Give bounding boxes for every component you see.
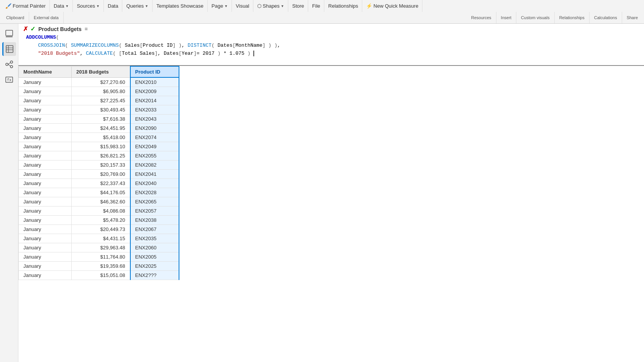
cell-productid[interactable]: ENX2067 (130, 225, 179, 234)
queries-dropdown-arrow: ▼ (145, 4, 148, 8)
cell-monthname[interactable]: January (19, 234, 72, 243)
data-view-icon[interactable] (2, 42, 16, 56)
store-label: Store (292, 3, 304, 9)
cell-productid[interactable]: ENX2082 (130, 161, 179, 170)
cell-productid[interactable]: ENX2055 (130, 151, 179, 161)
cell-monthname[interactable]: January (19, 142, 72, 151)
cell-productid[interactable]: ENX2040 (130, 179, 179, 188)
cell-productid[interactable]: ENX2035 (130, 234, 179, 243)
col-header-monthname[interactable]: MonthName (19, 66, 72, 77)
cell-monthname[interactable]: January (19, 225, 72, 234)
formula-content[interactable]: ADDCOLUMNS( CROSSJOIN( SUMMARIZECOLUMNS(… (23, 34, 639, 57)
page-menu-button[interactable]: Page ▼ (208, 0, 232, 12)
cell-monthname[interactable]: January (19, 188, 72, 197)
shapes-label: Shapes (263, 3, 279, 9)
cell-budgets[interactable]: $15,051.08 (72, 271, 130, 280)
cell-monthname[interactable]: January (19, 170, 72, 179)
cell-monthname[interactable]: January (19, 124, 72, 133)
formula-confirm-button[interactable]: ✓ (30, 26, 35, 32)
col-header-budgets[interactable]: 2018 Budgets (72, 66, 130, 77)
table-row: January$46,362.60ENX2065 (19, 197, 179, 206)
report-view-icon[interactable] (2, 27, 16, 41)
table-row: January$11,764.80ENX2005 (19, 252, 179, 262)
cell-productid[interactable]: ENX2??? (130, 271, 179, 280)
cell-monthname[interactable]: January (19, 87, 72, 96)
cell-budgets[interactable]: $26,821.25 (72, 151, 130, 161)
cell-monthname[interactable]: January (19, 133, 72, 142)
cell-productid[interactable]: ENX2090 (130, 124, 179, 133)
templates-showcase-button[interactable]: Templates Showcase (153, 0, 208, 12)
cell-budgets[interactable]: $27,225.45 (72, 96, 130, 105)
cell-productid[interactable]: ENX2049 (130, 142, 179, 151)
cell-budgets[interactable]: $30,493.45 (72, 105, 130, 115)
cell-monthname[interactable]: January (19, 262, 72, 271)
cell-budgets[interactable]: $22,337.43 (72, 179, 130, 188)
cell-budgets[interactable]: $29,963.48 (72, 243, 130, 252)
cell-budgets[interactable]: $6,905.80 (72, 87, 130, 96)
cell-productid[interactable]: ENX2025 (130, 262, 179, 271)
cell-monthname[interactable]: January (19, 105, 72, 115)
cell-monthname[interactable]: January (19, 179, 72, 188)
cell-budgets[interactable]: $4,431.15 (72, 234, 130, 243)
formula-title: Product Budgets (38, 26, 82, 32)
file-button[interactable]: File (308, 0, 324, 12)
model-view-icon[interactable] (2, 57, 16, 71)
dax-query-icon[interactable]: fx (2, 73, 16, 87)
new-quick-measure-button[interactable]: ⚡ New Quick Measure (362, 0, 422, 12)
cell-productid[interactable]: ENX2014 (130, 96, 179, 105)
cell-budgets[interactable]: $5,478.20 (72, 216, 130, 225)
cell-productid[interactable]: ENX2033 (130, 105, 179, 115)
cell-monthname[interactable]: January (19, 271, 72, 280)
cell-productid[interactable]: ENX2010 (130, 77, 179, 87)
data2-menu-button[interactable]: Data (104, 0, 122, 12)
cell-budgets[interactable]: $27,270.60 (72, 77, 130, 87)
cell-productid[interactable]: ENX2074 (130, 133, 179, 142)
cell-budgets[interactable]: $11,764.80 (72, 252, 130, 262)
col-header-productid[interactable]: Product ID (130, 66, 179, 77)
cell-budgets[interactable]: $5,418.00 (72, 133, 130, 142)
cell-monthname[interactable]: January (19, 151, 72, 161)
cell-monthname[interactable]: January (19, 206, 72, 216)
file-label: File (312, 3, 320, 9)
svg-rect-2 (6, 46, 13, 52)
relationships-top-button[interactable]: Relationships (324, 0, 362, 12)
cell-productid[interactable]: ENX2041 (130, 170, 179, 179)
data-menu-button[interactable]: Data ▼ (50, 0, 73, 12)
store-button[interactable]: Store (288, 0, 308, 12)
cell-monthname[interactable]: January (19, 243, 72, 252)
cell-budgets[interactable]: $20,769.00 (72, 170, 130, 179)
cell-monthname[interactable]: January (19, 197, 72, 206)
cell-monthname[interactable]: January (19, 77, 72, 87)
cell-monthname[interactable]: January (19, 216, 72, 225)
cell-productid[interactable]: ENX2009 (130, 87, 179, 96)
cell-budgets[interactable]: $20,157.33 (72, 161, 130, 170)
cell-monthname[interactable]: January (19, 252, 72, 262)
table-row: January$22,337.43ENX2040 (19, 179, 179, 188)
cell-productid[interactable]: ENX2005 (130, 252, 179, 262)
data-table-container[interactable]: MonthName 2018 Budgets Product ID Januar… (18, 66, 644, 362)
cell-monthname[interactable]: January (19, 96, 72, 105)
format-painter-button[interactable]: 🖌️ Format Painter (2, 0, 50, 12)
cell-monthname[interactable]: January (19, 115, 72, 124)
cell-budgets[interactable]: $44,176.05 (72, 188, 130, 197)
cell-monthname[interactable]: January (19, 161, 72, 170)
cell-budgets[interactable]: $7,616.38 (72, 115, 130, 124)
shapes-menu-button[interactable]: ⬡ Shapes ▼ (253, 0, 288, 12)
cell-budgets[interactable]: $24,451.95 (72, 124, 130, 133)
cell-productid[interactable]: ENX2057 (130, 206, 179, 216)
cell-budgets[interactable]: $4,086.08 (72, 206, 130, 216)
queries-menu-button[interactable]: Queries ▼ (122, 0, 152, 12)
cell-productid[interactable]: ENX2038 (130, 216, 179, 225)
cell-productid[interactable]: ENX2065 (130, 197, 179, 206)
visual-menu-button[interactable]: Visual (232, 0, 253, 12)
cell-budgets[interactable]: $19,359.68 (72, 262, 130, 271)
cell-productid[interactable]: ENX2043 (130, 115, 179, 124)
cell-budgets[interactable]: $15,983.10 (72, 142, 130, 151)
formula-cancel-button[interactable]: ✗ (23, 26, 28, 32)
cell-budgets[interactable]: $46,362.60 (72, 197, 130, 206)
cell-productid[interactable]: ENX2060 (130, 243, 179, 252)
sources-menu-button[interactable]: Sources ▼ (73, 0, 104, 12)
cell-productid[interactable]: ENX2028 (130, 188, 179, 197)
cell-budgets[interactable]: $20,449.73 (72, 225, 130, 234)
relationships-top-label: Relationships (328, 3, 358, 9)
